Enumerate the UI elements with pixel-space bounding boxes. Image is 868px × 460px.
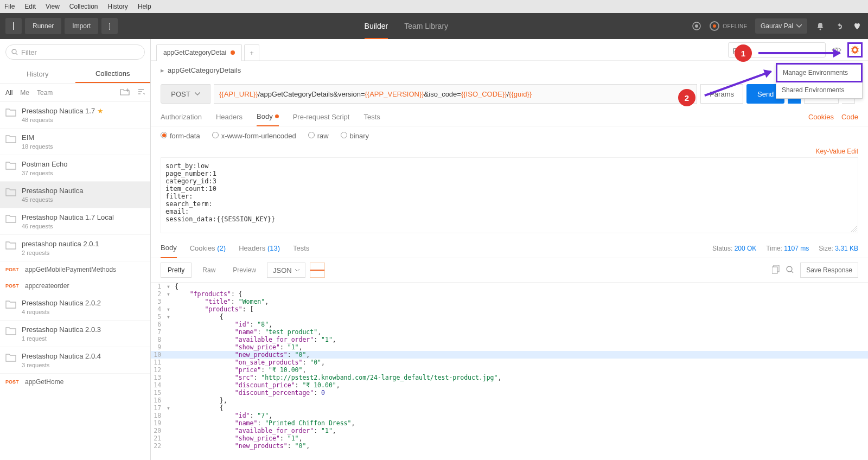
collection-item[interactable]: Postman Echo37 requests bbox=[0, 155, 150, 182]
environment-select[interactable]: pst bbox=[728, 42, 826, 58]
resp-tab-cookies[interactable]: Cookies (2) bbox=[190, 244, 226, 252]
import-button[interactable]: Import bbox=[65, 18, 98, 34]
content-area: appGetCategoryDetai + pst Manage Environ… bbox=[151, 39, 868, 460]
svg-point-15 bbox=[835, 49, 838, 52]
bodytype-urlencoded[interactable]: x-www-form-urlencoded bbox=[212, 132, 296, 140]
capture-icon[interactable] bbox=[691, 21, 702, 31]
wrap-toggle[interactable] bbox=[310, 263, 325, 278]
filter-input[interactable]: Filter bbox=[5, 44, 145, 60]
collection-item[interactable]: Prestashop Nautica 1.7 ★48 requests bbox=[0, 102, 150, 129]
menu-history[interactable]: History bbox=[108, 3, 128, 10]
tab-team-library[interactable]: Team Library bbox=[404, 13, 448, 39]
view-preview[interactable]: Preview bbox=[226, 263, 263, 278]
sidebar-tab-collections[interactable]: Collections bbox=[75, 65, 151, 83]
bodytype-form-data[interactable]: form-data bbox=[161, 132, 200, 140]
user-menu[interactable]: Gaurav Pal bbox=[755, 18, 807, 34]
size-label: Size: 3.31 KB bbox=[819, 245, 858, 252]
subtab-body[interactable]: Body bbox=[257, 108, 279, 126]
sync-status[interactable]: OFFLINE bbox=[710, 21, 748, 31]
unsaved-dot-icon bbox=[231, 50, 235, 55]
collection-item[interactable]: prestashop nautica 2.0.12 requests bbox=[0, 235, 150, 261]
search-icon bbox=[11, 49, 18, 55]
env-quicklook-icon[interactable] bbox=[829, 42, 844, 58]
body-editor[interactable]: sort_by:low page_number:1 category_id:3 … bbox=[161, 157, 858, 233]
menu-collection[interactable]: Collection bbox=[69, 3, 98, 10]
new-tab-button[interactable]: + bbox=[244, 44, 259, 61]
request-item[interactable]: POSTappGetHome bbox=[0, 374, 150, 390]
main-toolbar: Runner Import Builder Team Library OFFLI… bbox=[0, 13, 868, 39]
subtab-tests[interactable]: Tests bbox=[363, 113, 380, 121]
svg-line-22 bbox=[792, 271, 793, 273]
sort-icon[interactable] bbox=[137, 88, 145, 97]
collection-list: Prestashop Nautica 1.7 ★48 requestsEIM18… bbox=[0, 102, 150, 460]
menu-edit[interactable]: Edit bbox=[24, 3, 36, 10]
scope-me[interactable]: Me bbox=[20, 89, 29, 97]
svg-point-7 bbox=[820, 29, 821, 30]
method-select[interactable]: POST bbox=[161, 84, 210, 104]
heart-icon[interactable] bbox=[852, 21, 863, 31]
resize-handle-icon[interactable] bbox=[851, 226, 857, 232]
subtab-authorization[interactable]: Authorization bbox=[161, 113, 202, 121]
scope-all[interactable]: All bbox=[5, 89, 12, 97]
svg-point-8 bbox=[12, 49, 16, 54]
save-response-button[interactable]: Save Response bbox=[800, 263, 858, 278]
svg-line-18 bbox=[856, 231, 857, 232]
svg-rect-20 bbox=[772, 267, 777, 273]
view-pretty[interactable]: Pretty bbox=[161, 263, 192, 278]
copy-icon[interactable] bbox=[772, 265, 780, 276]
app-menubar: File Edit View Collection History Help bbox=[0, 0, 868, 13]
subtab-headers[interactable]: Headers bbox=[216, 113, 242, 121]
shared-environments-item[interactable]: Shared Environments bbox=[776, 82, 862, 98]
view-raw[interactable]: Raw bbox=[196, 263, 222, 278]
request-tab[interactable]: appGetCategoryDetai bbox=[156, 44, 242, 61]
notifications-icon[interactable] bbox=[815, 21, 826, 31]
chevron-down-icon bbox=[796, 24, 802, 28]
svg-rect-2 bbox=[109, 23, 110, 30]
cookies-link[interactable]: Cookies bbox=[808, 113, 834, 121]
collection-item[interactable]: Prestashop Nautica45 requests bbox=[0, 182, 150, 208]
breadcrumb: ▸ appGetCategoryDetails bbox=[151, 61, 868, 80]
resp-tab-body[interactable]: Body bbox=[161, 239, 177, 258]
svg-point-21 bbox=[787, 266, 792, 272]
menu-help[interactable]: Help bbox=[138, 3, 151, 10]
runner-button[interactable]: Runner bbox=[25, 18, 61, 34]
panel-icon bbox=[13, 22, 14, 30]
request-item[interactable]: POSTappcreateorder bbox=[0, 278, 150, 294]
status-label: Status: 200 OK bbox=[712, 245, 756, 252]
menu-file[interactable]: File bbox=[4, 3, 15, 10]
manage-environments-item[interactable]: Manage Environments bbox=[776, 63, 863, 82]
collection-item[interactable]: Prestashop Nautica 2.0.31 request bbox=[0, 321, 150, 347]
settings-icon[interactable] bbox=[833, 21, 844, 31]
search-response-icon[interactable] bbox=[786, 266, 794, 275]
sidebar: Filter History Collections All Me Team P… bbox=[0, 39, 151, 460]
request-tabs: appGetCategoryDetai + pst Manage Environ… bbox=[151, 39, 868, 61]
svg-line-9 bbox=[16, 53, 17, 55]
url-input[interactable]: {{API_URL}}/appGetCategoryDetails&versio… bbox=[214, 84, 697, 104]
collection-item[interactable]: Prestashop Nautica 1.7 Local46 requests bbox=[0, 208, 150, 235]
key-value-edit-link[interactable]: Key-Value Edit bbox=[151, 145, 868, 157]
collection-item[interactable]: EIM18 requests bbox=[0, 129, 150, 155]
tab-builder[interactable]: Builder bbox=[365, 13, 388, 39]
menu-view[interactable]: View bbox=[46, 3, 60, 10]
svg-point-6 bbox=[695, 24, 698, 28]
bodytype-raw[interactable]: raw bbox=[308, 132, 329, 140]
sidebar-toggle-button[interactable] bbox=[5, 18, 22, 34]
response-body-view[interactable]: 1 ▾{2 ▾ "fproducts": {3 "title": "Women"… bbox=[151, 282, 868, 460]
scope-team[interactable]: Team bbox=[37, 89, 53, 97]
bodytype-binary[interactable]: binary bbox=[341, 132, 369, 140]
new-window-button[interactable] bbox=[101, 18, 118, 34]
collection-item[interactable]: Prestashop Nautica 2.0.43 requests bbox=[0, 347, 150, 374]
resp-tab-tests[interactable]: Tests bbox=[293, 244, 309, 252]
request-item[interactable]: POSTappGetMobilePaymentMethods bbox=[0, 261, 150, 278]
subtab-prerequest[interactable]: Pre-request Script bbox=[293, 113, 350, 121]
lang-select[interactable]: JSON bbox=[267, 263, 305, 278]
env-settings-button[interactable] bbox=[847, 42, 863, 58]
caret-right-icon[interactable]: ▸ bbox=[161, 66, 164, 74]
params-button[interactable]: Params bbox=[700, 84, 743, 104]
code-link[interactable]: Code bbox=[841, 113, 858, 121]
sidebar-tab-history[interactable]: History bbox=[0, 65, 75, 83]
sync-icon bbox=[710, 21, 719, 31]
new-folder-icon[interactable] bbox=[120, 88, 130, 97]
resp-tab-headers[interactable]: Headers (13) bbox=[239, 244, 280, 252]
collection-item[interactable]: Prestashop Nautica 2.0.24 requests bbox=[0, 294, 150, 321]
